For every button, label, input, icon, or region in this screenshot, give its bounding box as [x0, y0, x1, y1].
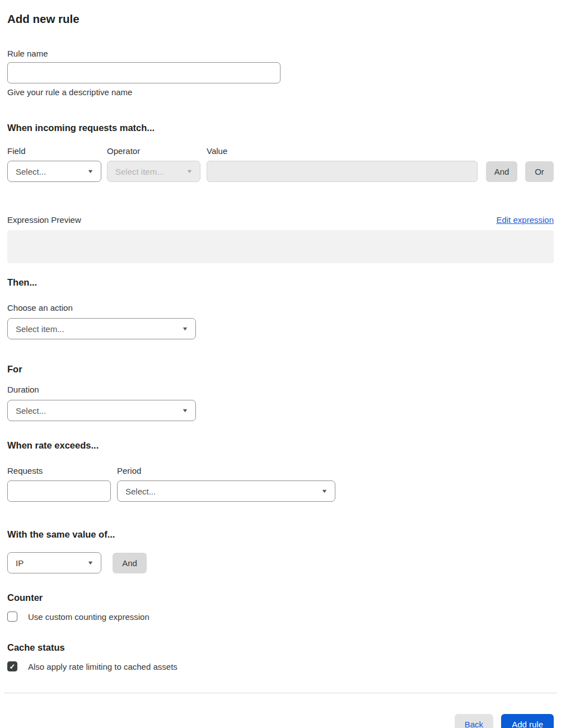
value-input [207, 161, 478, 182]
caret-down-icon: ▼ [87, 560, 94, 566]
period-column: Period Select... ▼ [117, 465, 335, 502]
duration-label: Duration [7, 384, 554, 395]
footer-divider [4, 693, 557, 693]
caret-down-icon: ▼ [181, 326, 188, 332]
field-column: Field Select... ▼ [7, 146, 101, 182]
add-rule-button[interactable]: Add rule [501, 714, 554, 728]
choose-action-label: Choose an action [7, 302, 554, 314]
expression-preview-header: Expression Preview Edit expression [7, 214, 554, 226]
caret-down-icon: ▼ [186, 169, 193, 174]
characteristic-select-value: IP [16, 558, 24, 568]
action-select-value: Select item... [16, 324, 64, 334]
and-button[interactable]: And [486, 161, 517, 182]
period-select[interactable]: Select... ▼ [117, 480, 335, 502]
same-value-section-heading: With the same value of... [7, 529, 554, 540]
check-icon: ✓ [10, 663, 16, 670]
cached-assets-checkbox-label[interactable]: Also apply rate limiting to cached asset… [28, 662, 177, 671]
then-section-heading: Then... [7, 277, 554, 288]
operator-label: Operator [107, 146, 200, 157]
edit-expression-link[interactable]: Edit expression [496, 215, 554, 225]
counter-section-heading: Counter [7, 592, 554, 603]
footer-actions: Back Add rule [7, 714, 554, 728]
expression-preview-label: Expression Preview [7, 214, 81, 226]
period-label: Period [117, 465, 335, 477]
same-value-row: IP ▼ And [7, 552, 554, 573]
rule-name-label: Rule name [7, 48, 554, 59]
requests-label: Requests [7, 465, 111, 477]
field-label: Field [7, 146, 101, 157]
cache-section-heading: Cache status [7, 642, 554, 653]
or-button[interactable]: Or [525, 161, 554, 182]
custom-counting-checkbox-label[interactable]: Use custom counting expression [28, 612, 149, 622]
value-column: Value [207, 146, 478, 182]
caret-down-icon: ▼ [181, 408, 188, 413]
page-title: Add new rule [7, 11, 554, 27]
rate-section-heading: When rate exceeds... [7, 440, 554, 451]
action-select[interactable]: Select item... ▼ [7, 318, 196, 339]
duration-select[interactable]: Select... ▼ [7, 400, 196, 421]
rate-row: Requests Period Select... ▼ [7, 465, 554, 502]
period-select-value: Select... [125, 487, 156, 496]
value-label: Value [207, 146, 478, 157]
caret-down-icon: ▼ [321, 488, 328, 494]
add-rule-form: Add new rule Rule name Give your rule a … [0, 0, 561, 728]
for-section-heading: For [7, 363, 554, 375]
duration-select-value: Select... [16, 406, 46, 416]
operator-column: Operator Select item... ▼ [107, 146, 200, 182]
match-row: Field Select... ▼ Operator Select item..… [7, 146, 554, 182]
counter-checkbox-row: ✓ Use custom counting expression [7, 612, 554, 622]
same-value-and-button[interactable]: And [113, 553, 147, 573]
requests-column: Requests [7, 465, 111, 502]
match-section-heading: When incoming requests match... [7, 122, 554, 133]
rule-name-help-text: Give your rule a descriptive name [7, 87, 554, 98]
operator-select: Select item... ▼ [107, 161, 200, 182]
cached-assets-checkbox[interactable]: ✓ [7, 661, 17, 671]
rule-name-input[interactable] [7, 62, 280, 83]
back-button[interactable]: Back [455, 714, 493, 728]
field-select[interactable]: Select... ▼ [7, 161, 101, 182]
operator-select-value: Select item... [115, 167, 164, 176]
cache-checkbox-row: ✓ Also apply rate limiting to cached ass… [7, 661, 554, 671]
requests-input[interactable] [7, 480, 111, 502]
characteristic-select[interactable]: IP ▼ [7, 552, 101, 573]
field-select-value: Select... [16, 167, 46, 176]
caret-down-icon: ▼ [87, 169, 94, 174]
expression-preview-box [7, 230, 554, 263]
custom-counting-checkbox[interactable]: ✓ [7, 612, 17, 622]
